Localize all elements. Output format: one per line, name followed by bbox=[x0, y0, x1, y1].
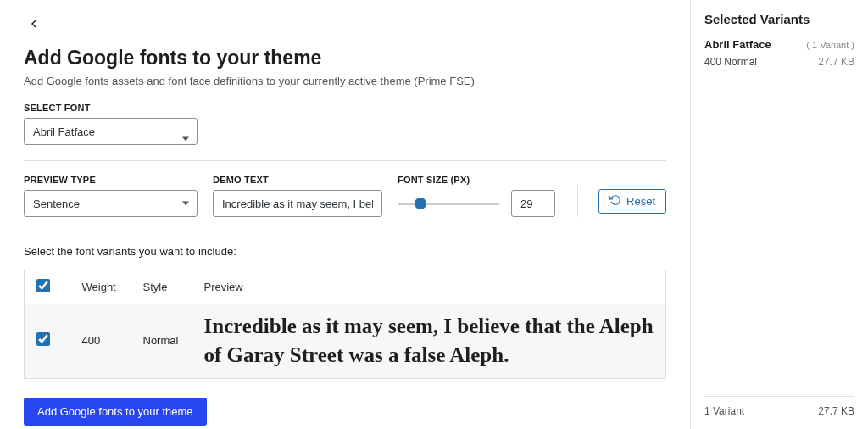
select-font-label: Select Font bbox=[24, 103, 666, 113]
variants-instruction: Select the font variants you want to inc… bbox=[24, 245, 666, 258]
page-subtitle: Add Google fonts assets and font face de… bbox=[24, 75, 666, 87]
refresh-icon bbox=[609, 194, 621, 209]
font-size-input[interactable] bbox=[511, 190, 555, 217]
selected-font-group: Abril Fatface ( 1 Variant ) 400 Normal 2… bbox=[704, 38, 854, 71]
main-content: Add Google fonts to your theme Add Googl… bbox=[0, 0, 690, 429]
total-variant-size: 27.7 KB bbox=[818, 405, 854, 417]
total-variant-count: 1 Variant bbox=[704, 405, 744, 417]
selected-variant-label: 400 Normal bbox=[704, 56, 757, 68]
selected-font-count: ( 1 Variant ) bbox=[806, 40, 854, 50]
sidebar-title: Selected Variants bbox=[704, 12, 854, 26]
demo-text-input[interactable] bbox=[213, 190, 382, 217]
font-size-label: Font Size (px) bbox=[398, 175, 555, 185]
table-header-preview: Preview bbox=[192, 270, 666, 304]
variant-style: Normal bbox=[131, 304, 192, 378]
sidebar-footer: 1 Variant 27.7 KB bbox=[704, 396, 854, 417]
reset-button[interactable]: Reset bbox=[598, 189, 666, 214]
demo-text-label: Demo Text bbox=[213, 175, 382, 185]
chevron-left-icon bbox=[27, 20, 41, 33]
selected-variant-row: 400 Normal 27.7 KB bbox=[704, 56, 854, 68]
preview-type-dropdown[interactable]: Sentence bbox=[24, 190, 198, 217]
reset-button-label: Reset bbox=[626, 195, 655, 208]
sidebar: Selected Variants Abril Fatface ( 1 Vari… bbox=[690, 0, 868, 429]
divider bbox=[24, 160, 666, 161]
select-font-dropdown[interactable]: Abril Fatface bbox=[24, 118, 198, 145]
font-size-slider[interactable] bbox=[398, 203, 499, 205]
select-all-checkbox[interactable] bbox=[36, 279, 50, 292]
selected-variant-size: 27.7 KB bbox=[818, 56, 854, 68]
preview-type-label: Preview Type bbox=[24, 175, 198, 185]
variants-table: Weight Style Preview 400 Normal Incredib… bbox=[24, 270, 666, 379]
table-header-weight: Weight bbox=[70, 270, 131, 304]
table-header-style: Style bbox=[131, 270, 192, 304]
variant-weight: 400 bbox=[70, 304, 131, 378]
preview-controls: Preview Type Sentence Demo Text Font Siz… bbox=[24, 175, 666, 217]
table-row: 400 Normal Incredible as it may seem, I … bbox=[25, 304, 666, 378]
variant-checkbox[interactable] bbox=[36, 332, 50, 346]
selected-font-name: Abril Fatface bbox=[704, 38, 771, 51]
variant-preview-text: Incredible as it may seem, I believe tha… bbox=[204, 312, 654, 370]
page-title: Add Google fonts to your theme bbox=[24, 47, 666, 70]
divider bbox=[24, 231, 666, 231]
back-button[interactable] bbox=[24, 14, 44, 36]
add-fonts-button[interactable]: Add Google fonts to your theme bbox=[24, 398, 207, 426]
